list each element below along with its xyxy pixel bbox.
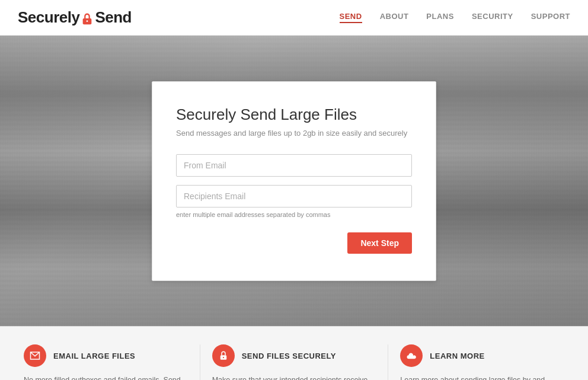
feature-secure: SEND FILES SECURELY Make sure that your … [200, 344, 389, 380]
recipients-email-input[interactable] [176, 185, 412, 207]
svg-point-3 [223, 357, 224, 358]
recipients-hint: enter multiple email addresses separated… [176, 211, 412, 218]
cloud-icon [400, 344, 423, 367]
feature-secure-header: SEND FILES SECURELY [212, 344, 376, 367]
card-title: Securely Send Large Files [176, 106, 412, 124]
features-section: EMAIL LARGE FILES No more filled outboxe… [0, 326, 588, 380]
feature-email-header: EMAIL LARGE FILES [24, 344, 188, 367]
feature-learn-title: LEARN MORE [430, 352, 484, 360]
feature-secure-text: Make sure that your intended recipients … [212, 374, 376, 380]
nav-about[interactable]: ABOUT [380, 12, 409, 23]
lock-icon [81, 11, 94, 24]
send-card: Securely Send Large Files Send messages … [152, 81, 436, 281]
feature-learn-header: LEARN MORE [400, 344, 564, 367]
main-nav: SEND ABOUT PLANS SECURITY SUPPORT [340, 12, 570, 23]
lock-secure-icon [212, 344, 235, 367]
feature-email-title: EMAIL LARGE FILES [53, 352, 135, 360]
feature-email: EMAIL LARGE FILES No more filled outboxe… [12, 344, 200, 380]
feature-email-text: No more filled outboxes and failed email… [24, 374, 188, 380]
nav-plans[interactable]: PLANS [426, 12, 454, 23]
svg-point-1 [87, 20, 88, 22]
feature-learn-text: Learn more about sending large files by … [400, 374, 564, 380]
hero-section: Securely Send Large Files Send messages … [0, 36, 588, 326]
next-step-button[interactable]: Next Step [347, 232, 412, 254]
header: Securely Send SEND ABOUT PLANS SECURITY … [0, 0, 588, 36]
card-subtitle: Send messages and large files up to 2gb … [176, 129, 412, 138]
feature-secure-title: SEND FILES SECURELY [242, 352, 336, 360]
from-email-input[interactable] [176, 154, 412, 177]
nav-support[interactable]: SUPPORT [531, 12, 570, 23]
logo[interactable]: Securely Send [18, 8, 132, 27]
nav-security[interactable]: SECURITY [472, 12, 513, 23]
nav-send[interactable]: SEND [340, 12, 362, 23]
envelope-icon [24, 344, 46, 367]
logo-text-after: Send [95, 8, 132, 27]
feature-learn: LEARN MORE Learn more about sending larg… [388, 344, 576, 380]
logo-text-before: Securely [18, 8, 79, 27]
